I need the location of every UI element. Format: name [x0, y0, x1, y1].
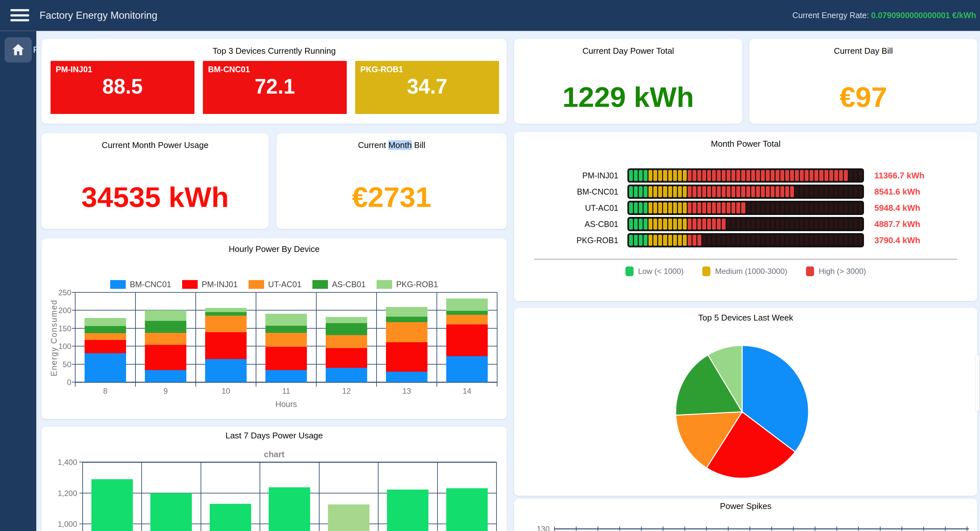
gauge-segment	[844, 219, 848, 230]
gauge-device-label: BM-CNC01	[514, 187, 627, 197]
gauge-segment	[629, 170, 633, 181]
spikes-tick-14	[858, 526, 859, 531]
gauge-segment	[653, 235, 657, 246]
bar-8-PKG-ROB1	[84, 318, 126, 326]
gauge-segment	[644, 219, 648, 230]
gauge-segment	[829, 202, 833, 213]
sidebar: F	[0, 31, 36, 531]
gauge-segment	[668, 219, 672, 230]
gauge-device-label: AS-CB01	[514, 220, 627, 229]
gauge-row-BM-CNC01: BM-CNC018541.6 kWh	[514, 184, 920, 200]
gauge-segment	[800, 202, 804, 213]
gridline-x-4	[316, 292, 317, 382]
bar-8-UT-AC01	[84, 333, 126, 340]
gauge-segment	[780, 186, 784, 197]
spikes-tick-5	[663, 526, 663, 531]
gridline-x-5	[376, 292, 377, 382]
gauge-segment	[732, 219, 735, 230]
gridline-x-7	[496, 462, 497, 531]
spikes-tick-10	[771, 526, 772, 531]
device-tile-value: 34.7	[355, 74, 499, 98]
bar-11-UT-AC01	[266, 333, 307, 347]
bar-14-PM-INJ01	[446, 325, 488, 357]
spikes-tick-11	[793, 526, 794, 531]
gauge-segment	[834, 202, 838, 213]
gauge-segment	[688, 170, 692, 181]
gridline-y-250	[75, 292, 497, 293]
gauge-segment	[629, 186, 633, 197]
gauge-segment	[775, 202, 780, 213]
gauge-segment	[854, 202, 858, 213]
gauge-segment	[717, 202, 721, 213]
gauge-bar-BM-CNC01	[627, 185, 864, 199]
spikes-tick-7	[706, 526, 707, 531]
gauge-segment	[663, 219, 667, 230]
gauge-segment	[834, 235, 838, 246]
gauge-segment	[717, 170, 721, 181]
gauge-segment	[668, 235, 672, 246]
scrollbar-thumb[interactable]	[975, 355, 979, 411]
gauge-segment	[790, 219, 794, 230]
bar-9-PM-INJ01	[145, 345, 186, 370]
gauge-segment	[663, 170, 667, 181]
gauge-segment	[702, 202, 706, 213]
gauge-segment	[707, 186, 711, 197]
gauge-segment	[800, 219, 804, 230]
xtick-label-11: 11	[256, 387, 316, 396]
bar-10-PM-INJ01	[205, 332, 247, 359]
gauge-segment	[775, 186, 780, 197]
gauge-segment	[761, 219, 765, 230]
gauge-row-AS-CB01: AS-CB014887.7 kWh	[514, 216, 920, 232]
gauge-segment	[815, 202, 818, 213]
gauge-segment	[800, 235, 804, 246]
gauge-segment	[829, 219, 833, 230]
gridline-x-6	[437, 462, 438, 531]
gauge-segment	[673, 202, 677, 213]
gauge-segment	[697, 170, 701, 181]
gauge-segment	[839, 202, 843, 213]
gauge-segment	[854, 170, 858, 181]
gauge-segment	[653, 202, 657, 213]
month-bill-title-post: Bill	[412, 140, 425, 150]
gauge-segment	[649, 235, 652, 246]
gauge-segment	[727, 202, 730, 213]
gauge-segment	[785, 235, 789, 246]
bar-14-AS-CB01	[446, 311, 488, 315]
xtick-label-8: 8	[75, 387, 135, 396]
gauge-segment	[732, 202, 735, 213]
gauge-segment	[732, 235, 735, 246]
hamburger-menu-icon[interactable]	[10, 8, 29, 23]
energy-rate-label: Current Energy Rate:	[792, 11, 871, 20]
gauge-segment	[688, 186, 692, 197]
legend-color-swatch	[806, 266, 814, 276]
gauge-segment	[746, 219, 750, 230]
gauge-segment	[790, 170, 794, 181]
gauge-segment	[844, 186, 848, 197]
gauge-segment	[732, 186, 735, 197]
bar-9-BM-CNC01	[145, 370, 186, 382]
gauge-segment	[741, 219, 745, 230]
bar-12-PM-INJ01	[326, 348, 367, 368]
gauge-segment	[859, 170, 862, 181]
legend-item-label: High (> 3000)	[819, 267, 866, 276]
gauge-segment	[795, 170, 799, 181]
gauge-segment	[727, 170, 730, 181]
gauge-segment	[815, 219, 818, 230]
spikes-tick-3	[619, 526, 620, 531]
gauge-segment	[658, 219, 662, 230]
sidebar-item-home[interactable]	[5, 37, 32, 62]
spikes-tick-17	[923, 526, 924, 531]
legend-item-label: Medium (1000-3000)	[715, 267, 787, 276]
month-bill-title-selected-text: Month	[388, 140, 412, 150]
card-month-bill: Current Month Bill €2731	[277, 133, 507, 229]
bar-11-BM-CNC01	[266, 370, 307, 382]
gauge-segment	[658, 186, 662, 197]
gauge-segment	[805, 235, 808, 246]
card-title-month-power: Current Month Power Usage	[41, 140, 269, 150]
gauge-segment	[766, 219, 770, 230]
gauge-segment	[653, 186, 657, 197]
gauge-segment	[702, 186, 706, 197]
gauge-segment	[722, 235, 725, 246]
bar-10-UT-AC01	[205, 316, 247, 332]
gauge-segment	[771, 170, 775, 181]
